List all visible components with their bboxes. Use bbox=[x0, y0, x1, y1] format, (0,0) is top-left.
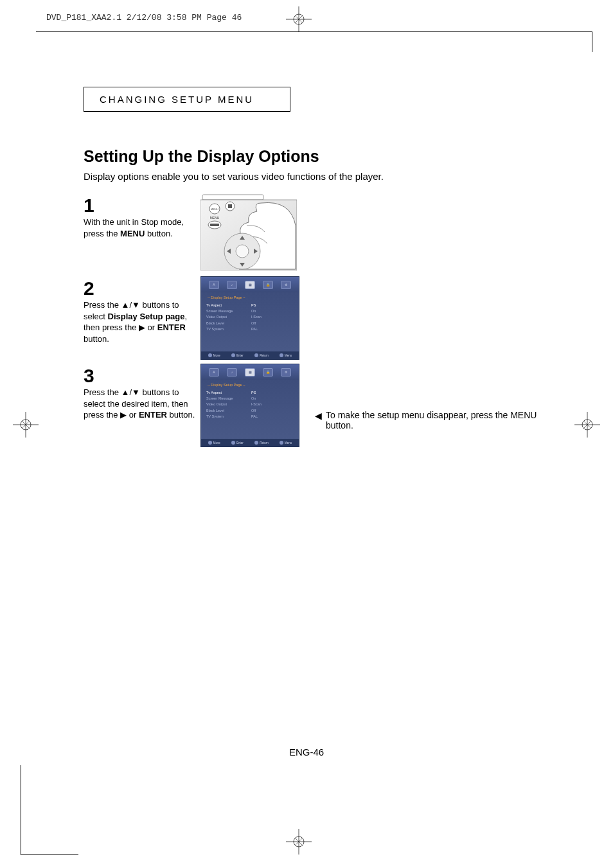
step-1-text: 1 With the unit in Stop mode, press the … bbox=[84, 193, 197, 239]
return-icon bbox=[254, 441, 258, 445]
osd-hint-enter-label: Enter bbox=[236, 354, 244, 357]
osd-hint-menu: Menu bbox=[280, 353, 292, 357]
page-title: Setting Up the Display Options bbox=[84, 147, 533, 166]
osd-page-title: -- Display Setup Page -- bbox=[206, 382, 294, 387]
menu-icon bbox=[280, 441, 283, 445]
section-header-box: CHANGING SETUP MENU bbox=[84, 87, 290, 112]
step-2-text: 2 Press the ▲/▼ buttons to select Displa… bbox=[84, 276, 197, 344]
step-3-illustration: A ♪ ▦ 🔒 ⚙ -- Display Setup Page -- Tv As… bbox=[200, 364, 299, 447]
osd-tab-misc: ⚙ bbox=[281, 368, 291, 376]
step-3-keyword: ENTER bbox=[139, 410, 167, 420]
step-2-pre: Press the bbox=[84, 300, 121, 310]
osd-footer: Move Enter Return Menu bbox=[201, 439, 299, 447]
step-3-text: 3 Press the ▲/▼ buttons to select the de… bbox=[84, 364, 197, 421]
osd-value: PS bbox=[251, 390, 256, 395]
trim-line-top bbox=[36, 31, 592, 32]
osd-screenshot-2: A ♪ ▦ 🔒 ⚙ -- Display Setup Page -- Tv As… bbox=[200, 364, 299, 447]
osd-value: Off bbox=[251, 321, 256, 326]
osd-tab-display: ▦ bbox=[245, 368, 255, 376]
osd-row-4: Black LevelOff bbox=[206, 407, 294, 413]
osd-row-5: TV SystemPAL bbox=[206, 413, 294, 419]
osd-tab-misc: ⚙ bbox=[281, 281, 291, 289]
registration-mark-bottom bbox=[280, 829, 318, 855]
tab-lock-icon: 🔒 bbox=[266, 370, 270, 374]
osd-value: On bbox=[251, 396, 256, 401]
osd-hint-enter: Enter bbox=[231, 441, 244, 445]
osd-label: TV System bbox=[206, 326, 251, 332]
osd-label: Screen Message bbox=[206, 308, 251, 314]
menu-icon bbox=[280, 353, 283, 357]
step-3: 3 Press the ▲/▼ buttons to select the de… bbox=[84, 364, 533, 447]
tab-display-icon: ▦ bbox=[249, 283, 252, 287]
step-1-number: 1 bbox=[84, 196, 197, 215]
tab-lock-icon: 🔒 bbox=[266, 283, 270, 287]
page-number: ENG-46 bbox=[0, 747, 613, 757]
step-2-number: 2 bbox=[84, 279, 197, 298]
right-arrow-icon: ▶ bbox=[139, 323, 145, 332]
registration-mark-top bbox=[280, 6, 318, 32]
left-arrow-icon: ◀ bbox=[315, 410, 322, 421]
side-note-text: To make the setup menu disappear, press … bbox=[326, 410, 559, 430]
osd-screenshot-1: A ♪ ▦ 🔒 ⚙ -- Display Setup Page -- Tv As… bbox=[200, 276, 299, 360]
osd-body: -- Display Setup Page -- Tv AspectPS Scr… bbox=[201, 380, 299, 420]
osd-row-1: Tv AspectPS bbox=[206, 302, 294, 308]
tab-misc-icon: ⚙ bbox=[285, 283, 287, 287]
osd-value: I-Scan bbox=[251, 402, 262, 407]
osd-label: Tv Aspect bbox=[206, 303, 251, 308]
osd-hint-move: Move bbox=[208, 441, 220, 445]
osd-label: Video Output bbox=[206, 314, 251, 319]
trim-line-right bbox=[592, 31, 592, 52]
trim-line-bottom bbox=[21, 855, 78, 855]
tab-text-icon: A bbox=[213, 370, 215, 374]
osd-label: Video Output bbox=[206, 402, 251, 407]
trim-line-left bbox=[21, 765, 21, 855]
osd-value: I-Scan bbox=[251, 314, 262, 319]
tab-audio-icon: ♪ bbox=[231, 283, 233, 287]
osd-row-3: Video OutputI-Scan bbox=[206, 314, 294, 320]
osd-hint-menu-label: Menu bbox=[285, 441, 292, 445]
move-icon bbox=[208, 353, 212, 357]
step-2-keyword2: ENTER bbox=[157, 323, 186, 332]
osd-tab-parental: 🔒 bbox=[263, 281, 273, 289]
enter-icon bbox=[231, 441, 235, 445]
osd-row-5: TV SystemPAL bbox=[206, 326, 294, 332]
osd-tab-general: A bbox=[209, 281, 219, 289]
step-2: 2 Press the ▲/▼ buttons to select Displa… bbox=[84, 276, 533, 360]
step-2-end: button. bbox=[84, 334, 109, 344]
osd-value: PS bbox=[251, 303, 256, 308]
step-1-keyword: MENU bbox=[120, 229, 145, 238]
osd-hint-return: Return bbox=[254, 353, 269, 357]
osd-tab-audio: ♪ bbox=[227, 368, 237, 376]
right-arrow-icon: ▶ bbox=[120, 410, 127, 420]
up-down-arrows-icon: ▲/▼ bbox=[121, 387, 140, 397]
svg-text:MENU: MENU bbox=[211, 208, 218, 211]
osd-page-title: -- Display Setup Page -- bbox=[206, 295, 294, 300]
svg-rect-27 bbox=[210, 224, 219, 226]
osd-hint-enter-label: Enter bbox=[236, 441, 244, 445]
move-icon bbox=[208, 441, 212, 445]
osd-hint-move: Move bbox=[208, 353, 220, 357]
osd-row-3: Video OutputI-Scan bbox=[206, 402, 294, 407]
step-2-or: or bbox=[145, 323, 157, 332]
step-3-end: button. bbox=[167, 410, 195, 420]
osd-body: -- Display Setup Page -- Tv AspectPS Scr… bbox=[201, 292, 299, 332]
svg-rect-20 bbox=[202, 195, 263, 200]
osd-hint-menu-label: Menu bbox=[285, 354, 292, 357]
page-content: CHANGING SETUP MENU Setting Up the Displ… bbox=[84, 87, 533, 451]
tab-text-icon: A bbox=[213, 283, 215, 287]
osd-value: Off bbox=[251, 408, 256, 413]
osd-tab-bar: A ♪ ▦ 🔒 ⚙ bbox=[201, 364, 299, 380]
svg-point-29 bbox=[236, 245, 249, 258]
step-3-pre: Press the bbox=[84, 387, 121, 397]
osd-value: PAL bbox=[251, 414, 258, 419]
osd-value: PAL bbox=[251, 326, 258, 332]
tab-display-icon: ▦ bbox=[249, 370, 252, 374]
intro-text: Display options enable you to set variou… bbox=[84, 171, 533, 182]
osd-hint-enter: Enter bbox=[231, 353, 244, 357]
return-icon bbox=[254, 353, 258, 357]
tab-misc-icon: ⚙ bbox=[285, 370, 287, 374]
svg-rect-25 bbox=[228, 204, 232, 208]
osd-tab-bar: A ♪ ▦ 🔒 ⚙ bbox=[201, 277, 299, 292]
osd-label: TV System bbox=[206, 414, 251, 419]
osd-tab-display: ▦ bbox=[245, 281, 255, 289]
